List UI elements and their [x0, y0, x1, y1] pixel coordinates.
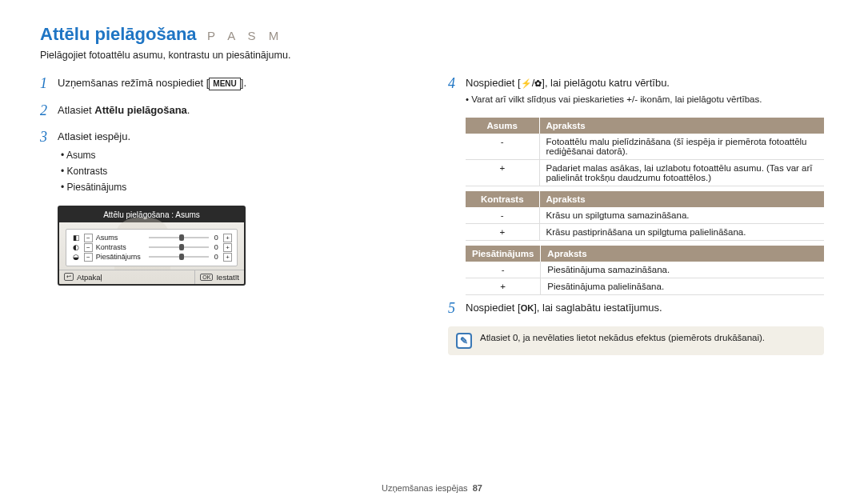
- bullet-asums: Asums: [61, 148, 130, 162]
- step-5-body: Nospiediet [OK], lai saglabātu iestatīju…: [466, 300, 662, 318]
- slider-row-asums: ◧ − Asums 0 +: [71, 234, 232, 242]
- minus-button[interactable]: −: [84, 243, 93, 252]
- back-icon: ↩: [64, 273, 74, 281]
- note-box: ✎ Atlasiet 0, ja nevēlaties lietot nekād…: [448, 326, 824, 355]
- step-4-body: Nospiediet [⚡/✿], lai pielāgotu katru vē…: [466, 75, 762, 108]
- step-3-body: Atlasiet iespēju. Asums Kontrasts Piesāt…: [58, 129, 130, 196]
- ok-button-icon: OK: [521, 302, 534, 315]
- cell-desc: Krāsu un spilgtuma samazināšana.: [539, 207, 824, 224]
- bullet-kontrasts: Kontrasts: [61, 164, 130, 178]
- step-number: 4: [448, 75, 466, 108]
- step-5-before: Nospiediet [: [466, 302, 521, 314]
- step-2-body: Atlasiet Attēlu pielāgošana.: [58, 102, 190, 120]
- cell-key: +: [466, 278, 541, 294]
- table-header: Kontrasts: [466, 191, 539, 207]
- left-column: 1 Uzņemšanas režīmā nospiediet [MENU]. 2…: [40, 75, 416, 355]
- bullet-piesatinajums: Piesātinājums: [61, 180, 130, 194]
- slider-track[interactable]: [149, 246, 210, 248]
- slider-panel: ◧ − Asums 0 + ◐ − Kontrasts 0 +: [66, 229, 238, 266]
- slider-row-kontrasts: ◐ − Kontrasts 0 +: [71, 243, 232, 252]
- table-row: +Piesātinājuma palielināšana.: [466, 278, 824, 294]
- cell-desc: Piesātinājuma samazināšana.: [541, 262, 824, 278]
- back-button[interactable]: ↩ Atpakaļ: [59, 270, 195, 284]
- slider-label: Kontrasts: [96, 243, 146, 251]
- plus-button[interactable]: +: [223, 234, 232, 242]
- table-header: Piesātinājums: [466, 246, 541, 262]
- step-4-bullet: Varat arī vilkt slīdņus vai pieskarietie…: [466, 93, 762, 106]
- step-2-prefix: Atlasiet: [58, 104, 94, 116]
- step-3-text: Atlasiet iespēju.: [58, 130, 130, 142]
- table-header: Asums: [466, 118, 539, 134]
- slider-track[interactable]: [149, 237, 210, 238]
- cell-key: -: [466, 207, 539, 224]
- saturation-icon: ◒: [71, 253, 81, 261]
- plus-button[interactable]: +: [223, 243, 232, 252]
- page-footer: Uzņemšanas iespējas 87: [0, 483, 864, 493]
- cell-desc: Krāsu pastiprināšana un spilgtuma paliel…: [539, 223, 824, 240]
- cell-key: +: [466, 159, 539, 186]
- asums-table: AsumsApraksts -Fotoattēlu malu pielīdzin…: [466, 118, 824, 186]
- page-title: Attēlu pielāgošana: [40, 24, 197, 44]
- right-nav-icon: ✿: [534, 78, 542, 88]
- set-label: Iestatīt: [216, 273, 239, 282]
- plus-button[interactable]: +: [223, 253, 232, 262]
- slider-label: Piesātinājums: [96, 253, 146, 261]
- left-nav-icon: ⚡: [521, 78, 532, 88]
- table-row: +Krāsu pastiprināšana un spilgtuma palie…: [466, 223, 824, 240]
- page-subtitle: Pielāgojiet fotoattēlu asumu, kontrastu …: [40, 50, 824, 61]
- cell-key: +: [466, 223, 539, 240]
- step-number: 5: [448, 300, 466, 318]
- cell-key: -: [466, 262, 541, 278]
- kontrasts-table: KontrastsApraksts -Krāsu un spilgtuma sa…: [466, 191, 824, 241]
- step-1-body: Uzņemšanas režīmā nospiediet [MENU].: [58, 75, 246, 93]
- cell-desc: Fotoattēlu malu pielīdzināšana (šī iespē…: [539, 134, 824, 160]
- step-number: 2: [40, 102, 58, 120]
- step-3-bullets: Asums Kontrasts Piesātinājums: [61, 148, 130, 194]
- minus-button[interactable]: −: [84, 253, 93, 262]
- camera-screen-mockup: Attēlu pielāgošana : Asums ◧ − Asums 0 +…: [58, 206, 246, 286]
- piesatinajums-table: PiesātinājumsApraksts -Piesātinājuma sam…: [466, 246, 824, 295]
- table-header: Apraksts: [539, 118, 824, 134]
- step-4-after: ], lai pielāgotu katru vērtību.: [542, 77, 670, 89]
- step-number: 3: [40, 129, 58, 196]
- step-1-after: ].: [241, 77, 246, 89]
- slider-row-piesatinajums: ◒ − Piesātinājums 0 +: [71, 253, 232, 262]
- back-label: Atpakaļ: [77, 273, 102, 282]
- step-number: 1: [40, 75, 58, 93]
- table-row: -Krāsu un spilgtuma samazināšana.: [466, 207, 824, 224]
- slider-value: 0: [212, 243, 220, 251]
- step-4-before: Nospiediet [: [466, 77, 521, 89]
- sharpness-icon: ◧: [71, 234, 81, 242]
- step-5-after: ], lai saglabātu iestatījumus.: [534, 302, 662, 314]
- slider-value: 0: [212, 253, 220, 261]
- mode-indicators: P A S M: [207, 29, 283, 42]
- note-text: Atlasiet 0, ja nevēlaties lietot nekādus…: [480, 333, 765, 342]
- slider-value: 0: [212, 234, 220, 242]
- step-2-suffix: .: [187, 104, 190, 116]
- info-icon: ✎: [456, 333, 472, 349]
- slider-track[interactable]: [149, 256, 210, 258]
- table-row: -Fotoattēlu malu pielīdzināšana (šī iesp…: [466, 134, 824, 160]
- right-column: 4 Nospiediet [⚡/✿], lai pielāgotu katru …: [448, 75, 824, 355]
- cell-desc: Piesātinājuma palielināšana.: [541, 278, 824, 294]
- cell-key: -: [466, 134, 539, 160]
- table-row: +Padariet malas asākas, lai uzlabotu fot…: [466, 159, 824, 186]
- minus-button[interactable]: −: [84, 234, 93, 242]
- set-button[interactable]: OK Iestatīt: [195, 270, 244, 284]
- step-1-text: Uzņemšanas režīmā nospiediet [: [58, 77, 209, 89]
- table-row: -Piesātinājuma samazināšana.: [466, 262, 824, 278]
- footer-section: Uzņemšanas iespējas: [382, 483, 468, 493]
- cell-desc: Padariet malas asākas, lai uzlabotu foto…: [539, 159, 824, 186]
- menu-button-icon: MENU: [209, 78, 240, 90]
- step-2-bold: Attēlu pielāgošana: [94, 104, 187, 116]
- contrast-icon: ◐: [71, 243, 81, 251]
- ok-icon: OK: [200, 274, 213, 281]
- table-header: Apraksts: [541, 246, 824, 262]
- table-header: Apraksts: [539, 191, 824, 207]
- slider-label: Asums: [96, 234, 146, 242]
- footer-page: 87: [473, 483, 482, 493]
